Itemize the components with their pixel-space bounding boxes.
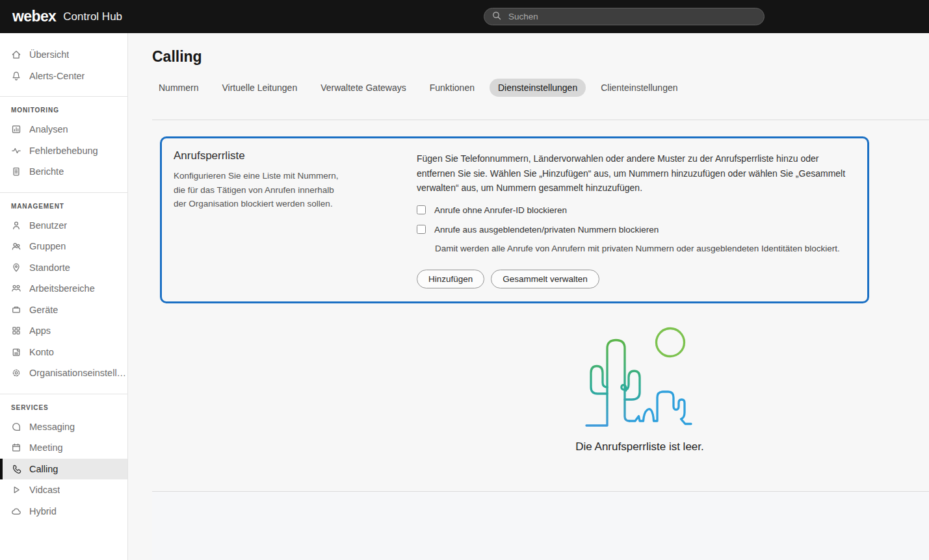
sidebar-item-label: Berichte [29,166,64,177]
tab-funktionen[interactable]: Funktionen [421,79,483,97]
checkbox-block-hidden-numbers[interactable] [417,225,426,234]
sidebar-item-benutzer[interactable]: Benutzer [0,215,127,236]
sidebar-item-label: Calling [29,464,58,474]
tab-clienteinstellungen[interactable]: Clienteinstellungen [592,79,686,97]
users-icon [11,241,21,251]
call-block-list-panel: Anrufsperrliste Konfigurieren Sie eine L… [160,136,869,303]
cactus-left-arm [591,366,607,394]
sidebar-item-vidcast[interactable]: Vidcast [0,479,127,501]
sidebar-item-label: Arbeitsbereiche [29,283,95,294]
page-title: Calling [152,48,929,66]
sidebar-section-monitoring: MONITORING [0,107,127,119]
calendar-icon [11,442,21,453]
devices-icon [11,305,21,315]
sidebar-divider [0,192,127,193]
main-content: Calling Nummern Virtuelle Leitungen Verw… [128,33,929,560]
sidebar-item-hybrid[interactable]: Hybrid [0,501,127,522]
sidebar-item-analysen[interactable]: Analysen [0,119,127,140]
sun-icon [657,328,685,356]
sidebar-item-konto[interactable]: Konto [0,342,127,363]
sidebar-item-label: Benutzer [29,220,67,231]
sidebar-item-standorte[interactable]: Standorte [0,257,127,279]
top-header-bar: webex Control Hub [0,0,929,33]
sidebar-item-label: Geräte [29,305,58,315]
sidebar-item-label: Analysen [29,124,68,134]
sidebar-section-management: MANAGEMENT [0,203,127,215]
bell-icon [11,71,21,81]
panel-right-column: Fügen Sie Telefonnummern, Ländervorwahle… [417,149,854,288]
webex-logo: webex [12,8,56,25]
sidebar-item-label: Vidcast [29,485,60,495]
sidebar-item-label: Apps [29,325,51,336]
sidebar-section-services: SERVICES [0,404,127,416]
sidebar-item-organisationseinstellungen[interactable]: Organisationseinstellun... [0,363,127,384]
sidebar-item-geraete[interactable]: Geräte [0,299,127,321]
sidebar-navigation: Übersicht Alerts-Center MONITORING Analy… [0,33,128,560]
tab-virtuelle-leitungen[interactable]: Virtuelle Leitungen [213,79,306,97]
checkbox-label: Anrufe ohne Anrufer-ID blockieren [434,205,567,215]
sidebar-item-label: Organisationseinstellun... [29,368,127,378]
play-icon [11,485,21,495]
sidebar-item-apps[interactable]: Apps [0,320,127,342]
chat-bubble-icon [11,422,21,432]
tab-verwaltete-gateways[interactable]: Verwaltete Gateways [312,79,415,97]
sidebar-divider [0,96,127,97]
workspaces-icon [11,283,21,294]
gear-icon [11,368,21,378]
sidebar-item-messaging[interactable]: Messaging [0,416,127,438]
empty-state-message: Die Anrufsperrliste ist leer. [532,440,747,453]
location-pin-icon [11,262,21,273]
panel-button-row: Hinzufügen Gesammelt verwalten [417,270,854,288]
sidebar-item-fehlerbehebung[interactable]: Fehlerbehebung [0,140,127,162]
apps-grid-icon [11,325,21,336]
sidebar-item-label: Meeting [29,442,63,453]
sidebar-item-label: Alerts-Center [29,71,85,81]
sidebar-item-meeting[interactable]: Meeting [0,437,127,459]
reports-icon [11,166,21,177]
product-name: Control Hub [63,10,122,23]
sidebar-item-berichte[interactable]: Berichte [0,161,127,183]
checkbox-helper-text: Damit werden alle Anrufe von Anrufern mi… [435,244,854,253]
tab-nummern[interactable]: Nummern [150,79,207,97]
sidebar-item-label: Standorte [29,262,70,273]
sidebar-item-label: Übersicht [29,49,69,60]
sidebar-item-alerts-center[interactable]: Alerts-Center [0,66,127,87]
sidebar-divider [0,394,127,394]
panel-left-column: Anrufsperrliste Konfigurieren Sie eine L… [174,149,417,288]
cloud-icon [11,506,21,516]
search-icon [491,10,502,23]
troubleshooting-pulse-icon [11,146,21,156]
checkbox-row-block-hidden-numbers[interactable]: Anrufe aus ausgeblendeten/privaten Numme… [417,225,854,235]
account-icon [11,347,21,357]
checkbox-row-block-no-caller-id[interactable]: Anrufe ohne Anrufer-ID blockieren [417,205,854,215]
sidebar-item-label: Gruppen [29,241,66,251]
brand-logo[interactable]: webex Control Hub [12,0,122,33]
sidebar-item-label: Hybrid [29,506,57,516]
phone-icon [11,464,21,474]
analytics-icon [11,124,21,134]
sidebar-item-calling[interactable]: Calling [0,459,127,480]
panel-title: Anrufsperrliste [174,149,417,162]
tab-bar: Nummern Virtuelle Leitungen Verwaltete G… [150,79,929,97]
empty-state: Die Anrufsperrliste ist leer. [532,321,747,453]
footer-background [152,492,929,560]
tab-diensteinstellungen[interactable]: Diensteinstellungen [490,79,586,97]
sidebar-item-label: Messaging [29,422,75,432]
panel-description: Konfigurieren Sie eine Liste mit Nummern… [174,169,343,211]
checkbox-block-no-caller-id[interactable] [417,205,426,214]
sidebar-item-uebersicht[interactable]: Übersicht [0,44,127,66]
content-divider-top [152,120,929,120]
checkbox-label: Anrufe aus ausgeblendeten/privaten Numme… [434,225,659,235]
cactus-stem [586,340,629,426]
add-button[interactable]: Hinzufügen [417,270,484,288]
sidebar-item-gruppen[interactable]: Gruppen [0,236,127,257]
desert-cactus-illustration [581,321,698,430]
home-icon [11,49,21,60]
global-search[interactable] [484,8,765,25]
user-icon [11,220,21,231]
bulk-manage-button[interactable]: Gesammelt verwalten [491,270,599,288]
search-input[interactable] [507,11,757,22]
panel-instructions: Fügen Sie Telefonnummern, Ländervorwahle… [417,151,846,196]
sidebar-item-arbeitsbereiche[interactable]: Arbeitsbereiche [0,278,127,299]
sidebar-item-label: Fehlerbehebung [29,146,98,156]
